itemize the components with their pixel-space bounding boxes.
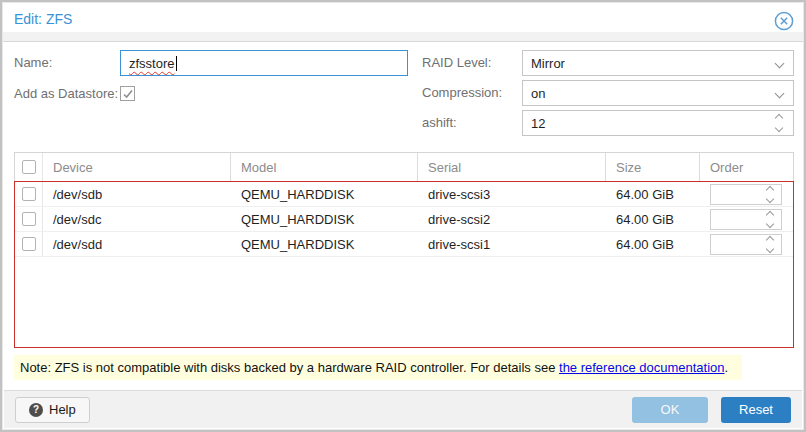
dialog-titlebar: Edit: ZFS <box>2 2 804 32</box>
device-cell: /dev/sdd <box>43 237 231 252</box>
note-text: Note: ZFS is not compatible with disks b… <box>20 360 559 375</box>
footer-actions: OK Reset <box>632 397 791 423</box>
column-header-device[interactable]: Device <box>43 153 231 181</box>
spinner-down-icon[interactable] <box>766 194 774 202</box>
dialog-footer: ? Help OK Reset <box>4 390 802 428</box>
titlebar-divider <box>2 32 804 42</box>
help-button-label: Help <box>49 402 76 417</box>
size-cell: 64.00 GiB <box>606 187 700 202</box>
zfs-note: Note: ZFS is not compatible with disks b… <box>14 355 742 380</box>
raid-level-combobox[interactable]: Mirror <box>522 50 794 76</box>
table-row[interactable]: /dev/sdc QEMU_HARDDISK drive-scsi2 64.00… <box>15 207 793 232</box>
device-cell: /dev/sdc <box>43 212 231 227</box>
reference-documentation-link[interactable]: the reference documentation <box>559 360 725 375</box>
chevron-down-icon <box>775 89 785 99</box>
model-cell: QEMU_HARDDISK <box>231 187 418 202</box>
add-datastore-label: Add as Datastore: <box>14 84 120 102</box>
help-button[interactable]: ? Help <box>15 397 90 423</box>
serial-cell: drive-scsi3 <box>418 187 606 202</box>
column-header-serial[interactable]: Serial <box>418 153 606 181</box>
serial-cell: drive-scsi2 <box>418 212 606 227</box>
name-input-value: zfsstore <box>129 56 175 71</box>
spinner-up-icon[interactable] <box>766 185 774 193</box>
row-checkbox[interactable] <box>22 212 36 226</box>
ashift-spinner-input[interactable]: 12 <box>522 110 794 136</box>
chevron-down-icon <box>775 59 785 69</box>
name-input[interactable]: zfsstore <box>120 50 408 76</box>
zfs-form: Name: zfsstore Add as Datastore: <box>14 50 794 140</box>
add-datastore-checkbox[interactable] <box>120 86 135 101</box>
size-cell: 64.00 GiB <box>606 237 700 252</box>
edit-zfs-dialog: Edit: ZFS Name: zfsstore Add as Datastor… <box>0 0 806 432</box>
name-label: Name: <box>14 50 120 71</box>
checkbox-check-icon <box>122 88 134 100</box>
column-header-size[interactable]: Size <box>606 153 700 181</box>
compression-row: Compression: on <box>422 80 794 106</box>
disk-table-body: /dev/sdb QEMU_HARDDISK drive-scsi3 64.00… <box>14 181 794 348</box>
disk-table-header: Device Model Serial Size Order <box>14 152 794 181</box>
add-datastore-row: Add as Datastore: <box>14 84 408 102</box>
ashift-row: ashift: 12 <box>422 110 794 136</box>
ok-button[interactable]: OK <box>632 397 708 423</box>
raid-level-row: RAID Level: Mirror <box>422 50 794 76</box>
spinner-arrows[interactable] <box>765 212 775 227</box>
compression-label: Compression: <box>422 80 522 101</box>
spinner-up-icon[interactable] <box>766 235 774 243</box>
disk-table: Device Model Serial Size Order /dev/sdb … <box>14 152 794 348</box>
form-left-column: Name: zfsstore Add as Datastore: <box>14 50 408 140</box>
text-cursor <box>176 56 177 71</box>
spinner-down-icon[interactable] <box>766 244 774 252</box>
note-text-suffix: . <box>725 360 729 375</box>
spinner-down-icon[interactable] <box>766 219 774 227</box>
ashift-label: ashift: <box>422 110 522 131</box>
order-spinner-input[interactable] <box>710 209 782 230</box>
model-cell: QEMU_HARDDISK <box>231 237 418 252</box>
compression-combobox[interactable]: on <box>522 80 794 106</box>
spinner-down-icon[interactable] <box>775 124 783 132</box>
form-right-column: RAID Level: Mirror Compression: on ashif… <box>422 50 794 140</box>
select-all-checkbox[interactable] <box>22 160 36 174</box>
help-question-icon: ? <box>29 403 43 417</box>
dialog-title: Edit: ZFS <box>14 11 72 27</box>
reset-button[interactable]: Reset <box>721 397 791 423</box>
size-cell: 64.00 GiB <box>606 212 700 227</box>
row-checkbox[interactable] <box>22 237 36 251</box>
ashift-value: 12 <box>531 116 545 131</box>
column-header-order[interactable]: Order <box>700 153 795 181</box>
dialog-body: Name: zfsstore Add as Datastore: <box>4 43 802 390</box>
name-field-row: Name: zfsstore <box>14 50 408 76</box>
raid-level-label: RAID Level: <box>422 50 522 71</box>
table-row[interactable]: /dev/sdd QEMU_HARDDISK drive-scsi1 64.00… <box>15 232 793 257</box>
spinner-arrows[interactable] <box>765 187 775 202</box>
spinner-arrows[interactable] <box>765 237 775 252</box>
raid-level-value: Mirror <box>531 56 565 71</box>
spinner-up-icon[interactable] <box>766 210 774 218</box>
row-checkbox[interactable] <box>22 187 36 201</box>
order-spinner-input[interactable] <box>710 184 782 205</box>
order-spinner-input[interactable] <box>710 234 782 255</box>
close-icon[interactable] <box>774 11 794 31</box>
table-row[interactable]: /dev/sdb QEMU_HARDDISK drive-scsi3 64.00… <box>15 182 793 207</box>
spinner-up-icon[interactable] <box>775 114 783 122</box>
compression-value: on <box>531 86 545 101</box>
spinner-arrows[interactable] <box>774 115 784 131</box>
serial-cell: drive-scsi1 <box>418 237 606 252</box>
column-header-model[interactable]: Model <box>231 153 418 181</box>
model-cell: QEMU_HARDDISK <box>231 212 418 227</box>
select-all-cell <box>15 153 43 181</box>
device-cell: /dev/sdb <box>43 187 231 202</box>
